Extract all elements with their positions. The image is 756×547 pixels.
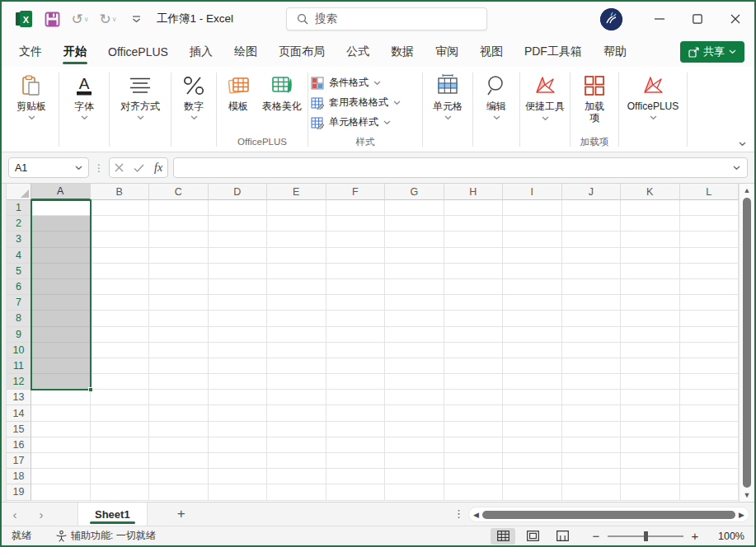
cell-J16[interactable] <box>562 437 622 453</box>
cell-E13[interactable] <box>267 390 326 405</box>
cell-A17[interactable] <box>31 453 91 469</box>
cell-E3[interactable] <box>267 231 326 247</box>
expand-formula-bar-icon[interactable] <box>733 166 740 171</box>
cell-I11[interactable] <box>503 358 562 374</box>
number-button[interactable]: 数字 <box>174 69 214 152</box>
cell-I9[interactable] <box>503 327 562 343</box>
cell-D14[interactable] <box>209 405 268 421</box>
cell-K15[interactable] <box>621 422 680 437</box>
row-header-7[interactable]: 7 <box>7 295 31 311</box>
cell-F14[interactable] <box>326 405 386 421</box>
cell-A11[interactable] <box>31 358 91 374</box>
cell-F4[interactable] <box>326 248 386 264</box>
row-header-4[interactable]: 4 <box>7 248 31 264</box>
cell-J19[interactable] <box>562 484 622 500</box>
cell-B11[interactable] <box>91 358 150 374</box>
cell-G19[interactable] <box>385 484 444 500</box>
cell-A7[interactable] <box>31 295 91 311</box>
tab-审阅[interactable]: 审阅 <box>425 36 469 67</box>
customize-quick-access-button[interactable] <box>124 7 148 31</box>
cell-F3[interactable] <box>326 231 386 247</box>
tab-PDF工具箱[interactable]: PDF工具箱 <box>514 36 593 67</box>
cell-K18[interactable] <box>621 469 680 484</box>
cell-L13[interactable] <box>680 390 740 405</box>
row-header-3[interactable]: 3 <box>7 231 31 247</box>
tab-帮助[interactable]: 帮助 <box>593 36 637 67</box>
cell-K3[interactable] <box>621 231 680 247</box>
cell-B13[interactable] <box>91 390 150 405</box>
cell-G7[interactable] <box>385 295 444 311</box>
cell-J11[interactable] <box>562 358 622 374</box>
cell-I3[interactable] <box>503 231 562 247</box>
cell-G8[interactable] <box>385 311 444 326</box>
column-header-J[interactable]: J <box>562 184 622 200</box>
cell-I10[interactable] <box>503 343 562 358</box>
tab-开始[interactable]: 开始 <box>53 36 97 67</box>
excel-logo-icon[interactable]: X <box>12 7 36 31</box>
cell-J14[interactable] <box>562 405 622 421</box>
cell-C11[interactable] <box>149 358 209 374</box>
cell-C2[interactable] <box>149 216 209 231</box>
cell-E11[interactable] <box>267 358 326 374</box>
cell-B14[interactable] <box>91 405 150 421</box>
cell-H7[interactable] <box>444 295 504 311</box>
cell-F8[interactable] <box>326 311 386 326</box>
cell-B7[interactable] <box>91 295 150 311</box>
cell-D7[interactable] <box>209 295 268 311</box>
row-header-5[interactable]: 5 <box>7 264 31 279</box>
cell-I13[interactable] <box>503 390 562 405</box>
cell-J9[interactable] <box>562 327 622 343</box>
cell-F7[interactable] <box>326 295 386 311</box>
officeplus-ribbon-button[interactable]: OfficePLUS <box>622 69 684 152</box>
sheet-tab-sheet1[interactable]: Sheet1 <box>77 503 148 526</box>
cell-J2[interactable] <box>562 216 622 231</box>
cell-J4[interactable] <box>562 248 622 264</box>
cell-E9[interactable] <box>267 327 326 343</box>
cell-K10[interactable] <box>621 343 680 358</box>
column-header-L[interactable]: L <box>680 184 740 200</box>
tab-绘图[interactable]: 绘图 <box>223 36 268 67</box>
cell-F2[interactable] <box>326 216 386 231</box>
cell-G17[interactable] <box>385 453 444 469</box>
cell-C5[interactable] <box>149 264 209 279</box>
cell-D12[interactable] <box>209 374 268 390</box>
cell-D1[interactable] <box>209 200 268 216</box>
column-header-H[interactable]: H <box>444 184 504 200</box>
cell-F17[interactable] <box>326 453 386 469</box>
cell-C18[interactable] <box>149 469 209 484</box>
row-header-14[interactable]: 14 <box>7 405 31 421</box>
zoom-slider[interactable] <box>608 535 683 537</box>
zoom-out-button[interactable]: − <box>591 529 601 543</box>
cell-D8[interactable] <box>209 311 268 326</box>
cell-H6[interactable] <box>444 279 504 295</box>
tab-OfficePLUS[interactable]: OfficePLUS <box>97 36 179 67</box>
cell-B4[interactable] <box>91 248 150 264</box>
row-header-11[interactable]: 11 <box>7 358 31 374</box>
cell-H17[interactable] <box>444 453 504 469</box>
cell-J18[interactable] <box>562 469 622 484</box>
cell-E18[interactable] <box>267 469 326 484</box>
cell-G11[interactable] <box>385 358 444 374</box>
cell-K16[interactable] <box>621 437 680 453</box>
search-box[interactable]: 搜索 <box>286 7 487 30</box>
cell-E10[interactable] <box>267 343 326 358</box>
collapse-ribbon-button[interactable] <box>739 142 746 147</box>
tab-页面布局[interactable]: 页面布局 <box>268 36 336 67</box>
cell-G12[interactable] <box>385 374 444 390</box>
column-header-I[interactable]: I <box>503 184 562 200</box>
cell-E7[interactable] <box>267 295 326 311</box>
column-header-A[interactable]: A <box>31 184 91 200</box>
cell-L1[interactable] <box>680 200 740 216</box>
cell-H1[interactable] <box>444 200 504 216</box>
row-header-1[interactable]: 1 <box>7 200 31 216</box>
cell-G13[interactable] <box>385 390 444 405</box>
cell-L12[interactable] <box>680 374 740 390</box>
cell-B1[interactable] <box>91 200 150 216</box>
normal-view-button[interactable] <box>491 528 515 545</box>
tab-视图[interactable]: 视图 <box>469 36 514 67</box>
cell-L18[interactable] <box>680 469 740 484</box>
cell-E4[interactable] <box>267 248 326 264</box>
alignment-button[interactable]: 对齐方式 <box>112 69 168 152</box>
cell-A15[interactable] <box>31 422 91 437</box>
cell-H10[interactable] <box>444 343 504 358</box>
